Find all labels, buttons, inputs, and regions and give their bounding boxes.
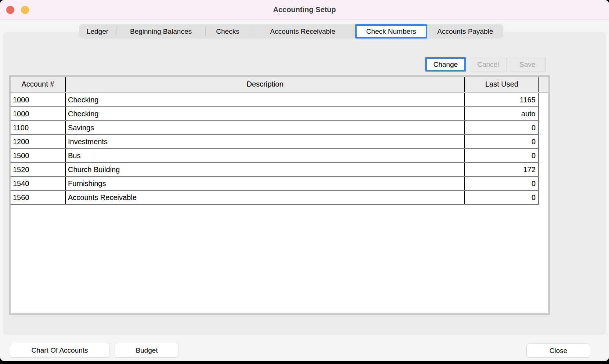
table-row[interactable]: 1000 Checking auto (11, 107, 548, 121)
table-row[interactable]: 1500 Bus 0 (11, 149, 548, 163)
table-row[interactable]: 1100 Savings 0 (11, 121, 548, 135)
cell-account-number: 1520 (11, 163, 66, 176)
header-description: Description (66, 77, 465, 92)
row-gutter (539, 93, 548, 107)
cell-last-used: 0 (465, 177, 539, 190)
cell-account-number: 1100 (11, 121, 66, 134)
budget-button[interactable]: Budget (115, 343, 179, 358)
table-row[interactable]: 1200 Investments 0 (11, 135, 548, 149)
title-bar: Accounting Setup (0, 0, 609, 19)
header-account-number: Account # (11, 77, 66, 92)
row-gutter (539, 121, 548, 135)
cell-description: Checking (66, 93, 465, 106)
cell-account-number: 1000 (11, 107, 66, 120)
table-row[interactable]: 1000 Checking 1165 (11, 93, 548, 107)
change-button[interactable]: Change (425, 57, 466, 72)
close-window-button[interactable] (6, 6, 14, 14)
chart-of-accounts-button[interactable]: Chart Of Accounts (10, 343, 109, 358)
table-row[interactable]: 1560 Accounts Receivable 0 (11, 191, 548, 205)
tab-check-numbers[interactable]: Check Numbers (355, 24, 427, 39)
cell-description: Bus (66, 149, 465, 162)
header-last-used: Last Used (465, 77, 539, 92)
cell-last-used: 1165 (465, 93, 539, 106)
cell-account-number: 1540 (11, 177, 66, 190)
setup-tab-bar: Ledger Beginning Balances Checks Account… (79, 24, 503, 39)
row-gutter (539, 191, 548, 205)
table-row[interactable]: 1520 Church Building 172 (11, 163, 548, 177)
cell-description: Checking (66, 107, 465, 120)
tab-accounts-receivable[interactable]: Accounts Receivable (250, 24, 355, 39)
cell-last-used: 0 (465, 191, 539, 204)
row-gutter (539, 163, 548, 177)
row-gutter (539, 107, 548, 121)
minimize-window-button[interactable] (21, 6, 29, 14)
check-numbers-table: Account # Description Last Used 1000 Che… (9, 75, 550, 315)
cancel-button[interactable]: Cancel (471, 58, 507, 72)
close-button[interactable]: Close (526, 343, 590, 358)
save-button[interactable]: Save (509, 58, 546, 72)
accounting-setup-window: Accounting Setup Ledger Beginning Balanc… (0, 0, 609, 361)
cell-last-used: 172 (465, 163, 539, 176)
cell-last-used: 0 (465, 149, 539, 162)
table-header-row: Account # Description Last Used (11, 77, 548, 93)
tab-beginning-balances[interactable]: Beginning Balances (116, 24, 205, 39)
window-title: Accounting Setup (0, 0, 609, 19)
cell-description: Savings (66, 121, 465, 134)
cell-description: Investments (66, 135, 465, 148)
header-gutter (539, 77, 548, 92)
cell-account-number: 1500 (11, 149, 66, 162)
cell-description: Accounts Receivable (66, 191, 465, 204)
cell-account-number: 1000 (11, 93, 66, 106)
cell-last-used: auto (465, 107, 539, 120)
row-gutter (539, 135, 548, 149)
cell-last-used: 0 (465, 121, 539, 134)
row-gutter (539, 149, 548, 163)
table-row[interactable]: 1540 Furnishings 0 (11, 177, 548, 191)
cell-account-number: 1560 (11, 191, 66, 204)
tab-checks[interactable]: Checks (206, 24, 250, 39)
cell-description: Church Building (66, 163, 465, 176)
row-gutter (539, 177, 548, 191)
cell-description: Furnishings (66, 177, 465, 190)
cell-account-number: 1200 (11, 135, 66, 148)
cell-last-used: 0 (465, 135, 539, 148)
tab-ledger[interactable]: Ledger (79, 24, 116, 39)
tab-accounts-payable[interactable]: Accounts Payable (427, 24, 503, 39)
